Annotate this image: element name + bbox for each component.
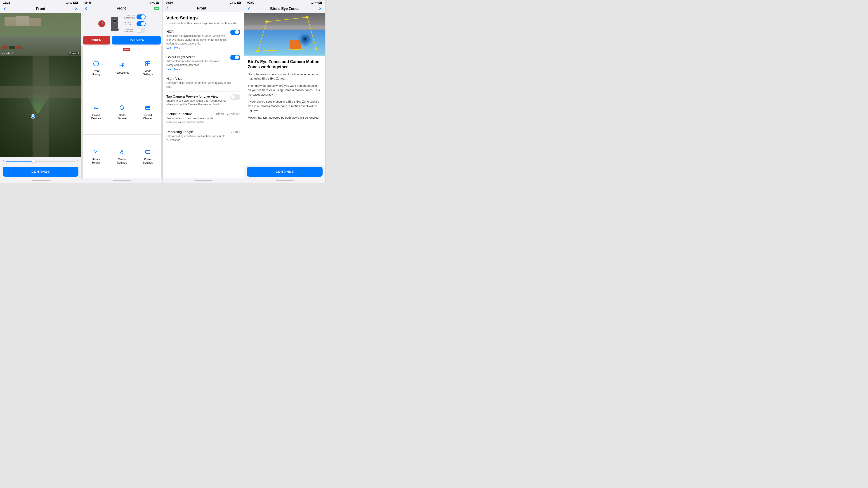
- home-bar-3: [194, 180, 213, 181]
- nav-title-1: Front: [7, 7, 74, 11]
- signal-icon-4: [311, 2, 314, 4]
- svg-rect-18: [146, 151, 150, 153]
- nav-bar-2: Front: [81, 5, 162, 12]
- event-history-label: EventHistory: [92, 70, 100, 76]
- menu-mode-settings[interactable]: ModeSettings: [135, 46, 161, 90]
- accessories-label: Accessories: [115, 71, 129, 74]
- setting-pip-right: Bird's Eye View ›: [216, 112, 240, 116]
- menu-device-health[interactable]: DeviceHealth: [83, 135, 109, 178]
- chevron-nv: ›: [239, 76, 240, 80]
- battery-badge-4: 94: [318, 2, 322, 4]
- home-indicator-3: [163, 178, 244, 183]
- camera-body: [111, 17, 118, 29]
- panel-4: 09:50 94 Bird's Eye Zones ✕: [244, 0, 326, 183]
- clock-icon: [93, 61, 99, 68]
- svg-rect-9: [146, 64, 148, 66]
- toggle-hdr[interactable]: [230, 30, 240, 35]
- timeline-prev[interactable]: ‹: [3, 159, 4, 163]
- mode-settings-label: ModeSettings: [143, 70, 153, 76]
- action-buttons: SIREN LIVE VIEW: [81, 36, 162, 46]
- home-indicator-2: [81, 178, 162, 183]
- timeline-track[interactable]: [6, 161, 75, 162]
- timeline-fill: [6, 161, 33, 162]
- status-icons-3: 4G 94: [230, 2, 241, 4]
- setting-hdr[interactable]: HDR Increases the dynamic range of video…: [163, 27, 244, 52]
- setting-tcp-content: Tap Camera Preview for Live View Enable …: [166, 94, 230, 107]
- chimes-icon: [145, 105, 151, 112]
- status-icons-4: 94: [311, 2, 322, 4]
- toggle-cnv[interactable]: [230, 55, 240, 60]
- mic-icon: 🎤: [98, 20, 105, 27]
- close-btn-1[interactable]: ✕: [74, 6, 78, 11]
- settings-description: Customise how this device captures and d…: [166, 22, 240, 25]
- setting-tcp-desc: Enable to see Live View rather than rece…: [166, 99, 228, 107]
- home-bar-2: [113, 180, 131, 181]
- siren-button[interactable]: SIREN: [83, 36, 110, 44]
- svg-rect-10: [148, 64, 150, 66]
- network-1: 5G: [70, 2, 72, 4]
- menu-power-settings[interactable]: PowerSettings: [135, 135, 161, 178]
- camera-snapshot: Snapshot mapbox ⓘ: [0, 13, 81, 56]
- setting-nv-content: Night Vision Configure Night vision for …: [166, 76, 239, 89]
- nav-bar-4: Bird's Eye Zones ✕: [244, 5, 325, 13]
- svg-line-34: [258, 49, 316, 51]
- close-btn-4[interactable]: ✕: [319, 6, 322, 11]
- nav-bar-1: Front ✕: [0, 5, 81, 13]
- birds-eye-para-4: Motion that isn't detected by both views…: [248, 116, 322, 120]
- setting-cnv-title: Colour Night Vision: [166, 55, 228, 59]
- linked-devices-label: LinkedDevices: [91, 113, 101, 120]
- panel-3: 09:56 4G 94 Front Video Settings Customi…: [163, 0, 244, 183]
- nav-title-4: Bird's Eye Zones: [251, 7, 319, 11]
- back-btn-4[interactable]: [247, 7, 251, 11]
- toggle-motion-detection-switch[interactable]: [136, 14, 146, 20]
- timeline-next[interactable]: ›: [77, 159, 79, 163]
- panel-1: 12:23 5G 100 Front ✕: [0, 0, 81, 183]
- nav-bar-3: Front: [163, 5, 244, 12]
- setting-cnv-right: [230, 55, 240, 60]
- menu-alerts-snooze[interactable]: AlertsSnooze: [109, 90, 135, 134]
- setting-cnv[interactable]: Colour Night Vision Adds colour to video…: [163, 52, 244, 74]
- svg-line-33: [307, 17, 316, 49]
- setting-tcp[interactable]: Tap Camera Preview for Live View Enable …: [163, 92, 244, 109]
- device-health-label: DeviceHealth: [92, 158, 100, 164]
- menu-event-history[interactable]: EventHistory: [83, 46, 109, 90]
- back-btn-3[interactable]: [166, 6, 169, 10]
- toggle-motion-alerts-switch[interactable]: [136, 21, 146, 26]
- new-badge: NEW: [123, 48, 130, 51]
- linked-devices-icon: [93, 105, 99, 112]
- timeline-thumb[interactable]: [32, 160, 35, 163]
- status-bar-2: 09:55 4G 94: [81, 0, 162, 5]
- snapshot-label: Snapshot: [68, 52, 80, 55]
- setting-cnv-desc: Adds colour to video in low light for im…: [166, 59, 228, 67]
- menu-linked-chimes[interactable]: LinkedChimes: [135, 90, 161, 134]
- continue-btn-4[interactable]: CONTINUE: [247, 167, 322, 177]
- menu-linked-devices[interactable]: LinkedDevices: [83, 90, 109, 134]
- setting-hdr-link[interactable]: Learn More: [166, 46, 228, 49]
- setting-cnv-link[interactable]: Learn More: [166, 68, 228, 71]
- continue-btn-1[interactable]: CONTINUE: [3, 167, 79, 177]
- setting-nv-right: ›: [239, 76, 240, 80]
- toggle-motion-warning: MOTIONWARNING: [124, 28, 146, 33]
- time-2: 09:55: [85, 1, 92, 4]
- setting-cnv-content: Colour Night Vision Adds colour to video…: [166, 55, 230, 71]
- camera-image: [0, 13, 81, 56]
- toggle-tcp[interactable]: [230, 94, 240, 100]
- back-btn-1[interactable]: [3, 7, 7, 11]
- linked-chimes-label: LinkedChimes: [143, 113, 153, 120]
- menu-motion-settings[interactable]: MotionSettings: [109, 135, 135, 178]
- live-view-button[interactable]: LIVE VIEW: [112, 36, 161, 44]
- setting-pip[interactable]: Picture in Picture See what led to the c…: [163, 109, 244, 127]
- toggle-motion-warning-switch[interactable]: [136, 28, 146, 33]
- menu-accessories[interactable]: NEW Accessories: [109, 46, 135, 90]
- snooze-icon: [119, 105, 125, 112]
- power-settings-label: PowerSettings: [143, 158, 153, 164]
- status-bar-1: 12:23 5G 100: [0, 0, 81, 5]
- accessories-icon: [119, 62, 125, 70]
- battery-badge-1: 100: [73, 2, 78, 4]
- divider-6: [166, 144, 240, 145]
- time-4: 09:50: [247, 1, 254, 4]
- motion-cone: [24, 90, 52, 117]
- back-btn-2[interactable]: [85, 6, 88, 10]
- setting-nv[interactable]: Night Vision Configure Night vision for …: [163, 74, 244, 92]
- setting-rl[interactable]: Recording Length Lets recordings continu…: [163, 127, 244, 145]
